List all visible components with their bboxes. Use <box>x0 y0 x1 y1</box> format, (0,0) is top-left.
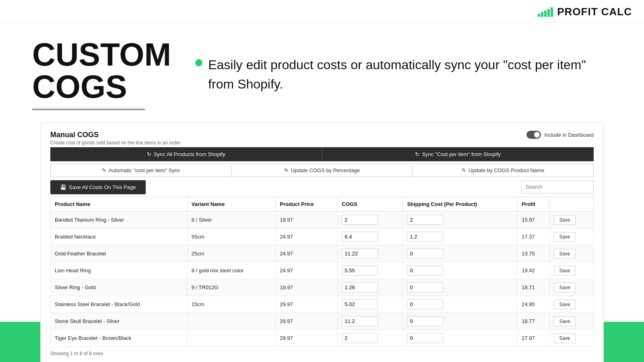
panel-subtitle: Create cost of goods sold based on the l… <box>50 140 182 146</box>
save-disk-icon <box>60 184 66 190</box>
cogs-input[interactable] <box>342 333 378 343</box>
shipping-input[interactable] <box>407 282 443 292</box>
hero-title-block: CUSTOM COGS <box>32 39 171 110</box>
cell-save[interactable]: Save <box>550 330 594 347</box>
sync-all-products-button[interactable]: Sync All Products from Shopify <box>50 147 322 161</box>
cell-shipping[interactable] <box>403 212 518 228</box>
col-variant-name: Variant Name <box>187 197 276 212</box>
cell-shipping[interactable] <box>403 330 518 347</box>
top-buttons-row: Sync All Products from Shopify Sync "Cos… <box>50 147 594 161</box>
sync-cost-per-item-button[interactable]: Sync "Cost per item" from Shopify <box>322 147 594 161</box>
cell-save[interactable]: Save <box>550 296 594 313</box>
cogs-input[interactable] <box>342 215 378 225</box>
cell-cogs[interactable] <box>338 296 403 313</box>
logo-bar-4 <box>547 9 550 17</box>
cell-save[interactable]: Save <box>550 228 594 245</box>
cell-cogs[interactable] <box>338 228 403 245</box>
update-cogs-pct-button[interactable]: Update COGS by Percentage <box>231 164 413 177</box>
cell-save[interactable]: Save <box>550 262 594 279</box>
cell-save[interactable]: Save <box>550 313 594 330</box>
cell-shipping[interactable] <box>403 279 518 296</box>
logo-bar-5 <box>551 7 553 17</box>
cell-price: 29.97 <box>276 296 338 313</box>
cell-product-name: Banded Titanium Ring - Silver <box>51 212 188 228</box>
save-row-button[interactable]: Save <box>554 283 575 292</box>
cell-shipping[interactable] <box>403 313 518 330</box>
cell-save[interactable]: Save <box>550 212 594 228</box>
col-action <box>550 197 594 212</box>
cell-product-name: Tiger Eye Bracelet - Brown/Black <box>51 330 188 347</box>
cell-shipping[interactable] <box>403 262 518 279</box>
cell-product-name: Silver Ring - Gold <box>51 279 188 296</box>
cell-product-name: Stainless Steel Bracelet - Black/Gold <box>51 296 188 313</box>
logo: PROFIT CALC <box>538 6 632 18</box>
cogs-input[interactable] <box>342 299 378 309</box>
auto-sync-button[interactable]: Automatic "cost per item" Sync <box>50 164 231 177</box>
corner-decoration-right <box>604 322 644 362</box>
logo-bars-icon <box>538 7 553 17</box>
cell-product-name: Stone Skull Bracelet - Silver <box>51 313 188 330</box>
logo-bar-3 <box>544 10 547 17</box>
cell-cogs[interactable] <box>338 262 403 279</box>
cogs-input[interactable] <box>342 265 378 276</box>
cell-profit: 15.97 <box>518 212 550 228</box>
table-row: Lion Head Ring 8 / gold mix steel color … <box>51 262 594 279</box>
cell-profit: 27.97 <box>518 330 550 347</box>
save-search-row: Save All Costs On This Page <box>50 180 594 194</box>
cell-shipping[interactable] <box>403 296 518 313</box>
update-cogs-name-button[interactable]: Update by COGS Product Name <box>412 164 594 177</box>
cell-save[interactable]: Save <box>550 279 594 296</box>
shipping-input[interactable] <box>407 316 443 326</box>
cell-price: 19.97 <box>276 279 338 296</box>
cell-cogs[interactable] <box>338 313 403 330</box>
logo-bar-2 <box>541 12 543 17</box>
top-header: PROFIT CALC <box>0 0 644 23</box>
cell-shipping[interactable] <box>403 245 518 262</box>
cell-variant-name: 25cm <box>187 245 276 262</box>
secondary-buttons-row: Automatic "cost per item" Sync Update CO… <box>50 164 594 177</box>
cell-save[interactable]: Save <box>550 245 594 262</box>
hero-bullet-icon <box>195 59 202 66</box>
cogs-input[interactable] <box>342 232 378 242</box>
shipping-input[interactable] <box>407 265 443 276</box>
cell-cogs[interactable] <box>338 245 403 262</box>
save-row-button[interactable]: Save <box>554 333 575 343</box>
cell-cogs[interactable] <box>338 212 403 228</box>
cogs-input[interactable] <box>342 316 378 326</box>
table-row: Braided Necklace 55cm 24.97 17.37 Save <box>51 228 594 245</box>
save-row-button[interactable]: Save <box>554 249 575 259</box>
save-row-button[interactable]: Save <box>554 266 575 276</box>
cell-variant-name <box>187 330 276 347</box>
cogs-input[interactable] <box>342 249 378 259</box>
include-dashboard-toggle-row[interactable]: Include in Dashboard <box>526 131 594 139</box>
save-row-button[interactable]: Save <box>554 317 575 326</box>
table-row: Stainless Steel Bracelet - Black/Gold 15… <box>51 296 594 313</box>
shipping-input[interactable] <box>407 232 443 242</box>
save-row-button[interactable]: Save <box>554 300 575 309</box>
shipping-input[interactable] <box>407 249 443 259</box>
include-dashboard-toggle[interactable] <box>526 131 541 139</box>
cell-variant-name <box>187 313 276 330</box>
shipping-input[interactable] <box>407 333 443 343</box>
cell-profit: 17.37 <box>518 228 550 245</box>
save-row-button[interactable]: Save <box>554 232 575 242</box>
manual-cogs-panel: Manual COGS Create cost of goods sold ba… <box>40 122 604 362</box>
cell-variant-name: 9 / TR012G <box>187 279 276 296</box>
cell-price: 29.97 <box>276 313 338 330</box>
logo-text: PROFIT CALC <box>557 6 632 18</box>
save-row-button[interactable]: Save <box>554 215 575 225</box>
cogs-input[interactable] <box>342 282 378 292</box>
search-input[interactable] <box>521 180 594 193</box>
cell-product-name: Gold Feather Bracelet <box>51 245 188 262</box>
cell-variant-name: 55cm <box>187 228 276 245</box>
table-body: Banded Titanium Ring - Silver 8 / Silver… <box>51 212 594 347</box>
hero-section: CUSTOM COGS Easily edit product costs or… <box>0 23 644 118</box>
cell-cogs[interactable] <box>338 330 403 347</box>
cell-cogs[interactable] <box>338 279 403 296</box>
shipping-input[interactable] <box>407 299 443 309</box>
cell-shipping[interactable] <box>403 228 518 245</box>
save-all-costs-button[interactable]: Save All Costs On This Page <box>50 180 146 194</box>
shipping-input[interactable] <box>407 215 443 225</box>
cell-price: 24.97 <box>276 262 338 279</box>
panel-title: Manual COGS <box>50 131 182 139</box>
